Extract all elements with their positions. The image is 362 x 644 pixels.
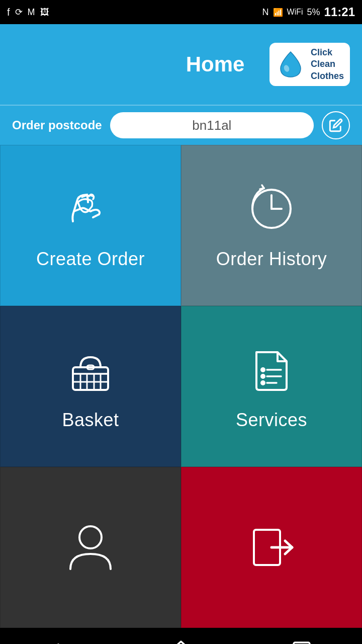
sign-out-icon	[244, 520, 299, 575]
logo-text: Click Clean Clothes	[311, 47, 344, 82]
recent-apps-button[interactable]	[289, 637, 315, 644]
shirt-hand-icon	[63, 181, 118, 236]
app-logo: Click Clean Clothes	[269, 43, 350, 86]
battery-level: 5%	[307, 7, 320, 18]
basket-tile[interactable]: Basket	[0, 306, 181, 467]
status-icons-left: f ⟳ M 🖼	[7, 7, 49, 18]
svg-point-12	[261, 375, 264, 378]
document-list-icon	[244, 342, 299, 397]
svg-point-14	[261, 381, 264, 384]
status-time: 11:21	[324, 5, 355, 19]
recent-apps-icon	[289, 637, 315, 644]
signal-icon: 📶	[273, 8, 283, 17]
create-order-tile[interactable]: Create Order	[0, 145, 181, 306]
home-button[interactable]	[168, 637, 194, 644]
wifi-icon: WiFi	[287, 8, 303, 17]
sync-icon: ⟳	[15, 7, 23, 18]
svg-rect-2	[73, 367, 108, 390]
back-button[interactable]	[47, 637, 73, 644]
basket-label: Basket	[62, 410, 119, 431]
status-icons-right: N 📶 WiFi 5% 11:21	[262, 5, 355, 19]
nfc-icon: N	[262, 7, 269, 18]
clock-history-icon	[244, 181, 299, 236]
home-icon	[168, 637, 194, 644]
services-label: Services	[236, 410, 307, 431]
app-header: Home Click Clean Clothes	[0, 24, 362, 105]
account-tile[interactable]	[0, 467, 181, 628]
back-icon	[47, 637, 73, 644]
facebook-icon: f	[7, 7, 10, 18]
page-title: Home	[161, 52, 269, 76]
logo-icon	[276, 49, 306, 79]
edit-postcode-button[interactable]	[322, 111, 350, 139]
image-icon: 🖼	[40, 7, 49, 18]
svg-point-16	[79, 526, 102, 548]
postcode-label: Order postcode	[12, 118, 102, 132]
postcode-row: Order postcode	[0, 105, 362, 145]
svg-point-10	[261, 368, 264, 371]
postcode-input[interactable]	[110, 112, 314, 138]
services-tile[interactable]: Services	[181, 306, 362, 467]
gmail-icon: M	[28, 7, 35, 18]
order-history-label: Order History	[216, 249, 327, 270]
pencil-icon	[329, 118, 343, 132]
main-grid: Create Order Order History	[0, 145, 362, 628]
order-history-tile[interactable]: Order History	[181, 145, 362, 306]
status-bar: f ⟳ M 🖼 N 📶 WiFi 5% 11:21	[0, 0, 362, 24]
basket-icon	[63, 342, 118, 397]
logout-tile[interactable]	[181, 467, 362, 628]
bottom-nav	[0, 628, 362, 644]
create-order-label: Create Order	[36, 249, 145, 270]
person-icon	[63, 520, 118, 575]
